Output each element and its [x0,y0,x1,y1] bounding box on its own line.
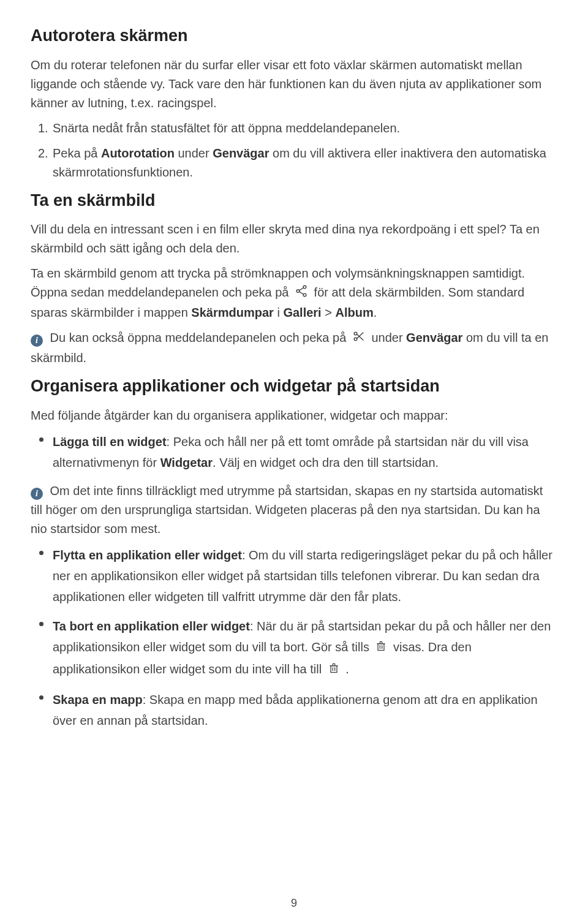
bullet-remove-app: Ta bort en applikation eller widget: När… [31,616,557,681]
bullet-icon [39,437,43,442]
step-1-text: Snärta nedåt från statusfältet för att ö… [53,121,400,135]
organize-note: i Om det inte finns tillräckligt med utr… [31,482,557,539]
bullet-icon [39,622,43,626]
step-1-number: 1. [38,119,48,138]
bullet-icon [39,551,43,555]
screenshot-text-f: > [322,306,336,319]
screenshot-howto: Ta en skärmbild genom att trycka på strö… [31,264,557,322]
step-2-text-c: under [175,146,213,160]
scissors-icon [352,330,366,349]
svg-rect-16 [331,665,337,672]
move-app-title: Flytta en applikation eller widget [53,548,242,562]
heading-autorotate: Autorotera skärmen [31,23,557,48]
screenshot-note-a: Du kan också öppna meddelandepanelen och… [50,331,350,344]
autorotate-steps: 1. Snärta nedåt från statusfältet för at… [31,119,557,182]
organize-note-text: Om det inte finns tillräckligt med utrym… [31,484,543,535]
screenshot-album-label: Album [335,306,373,319]
remove-app-text-c: . [342,662,349,676]
step-2-shortcuts-label: Genvägar [213,146,269,160]
share-icon [295,284,308,303]
screenshot-note-b: under [371,331,406,344]
svg-line-4 [299,292,303,295]
step-2: 2. Peka på Autorotation under Genvägar o… [31,144,557,182]
step-2-text-a: Peka på [53,146,101,160]
organize-list: Lägga till en widget: Peka och håll ner … [31,431,557,473]
bullet-move-app: Flytta en applikation eller widget: Om d… [31,545,557,607]
screenshot-intro: Vill du dela en intressant scen i en fil… [31,220,557,258]
screenshot-gallery-label: Galleri [283,306,321,319]
step-2-number: 2. [38,144,48,163]
add-widget-widgets-label: Widgetar [160,456,213,469]
screenshot-note-shortcuts: Genvägar [406,331,462,344]
create-folder-title: Skapa en mapp [53,693,143,706]
svg-line-3 [299,288,303,291]
remove-app-title: Ta bort en applikation eller widget [53,619,250,633]
info-icon: i [31,488,43,500]
heading-organize: Organisera applikationer och widgetar på… [31,374,557,399]
step-2-autorotation-label: Autorotation [101,146,175,160]
page-number: 9 [291,895,297,912]
add-widget-title: Lägga till en widget [53,435,167,448]
screenshot-text-d: i [274,306,284,319]
add-widget-text-c: . Välj en widget och dra den till starts… [213,456,439,469]
bullet-icon [39,695,43,700]
organize-list-2: Flytta en applikation eller widget: Om d… [31,545,557,731]
screenshot-text-h: . [374,306,377,319]
page-content: { "page_number": "9", "section1": { "hea… [31,23,557,919]
trash-icon [328,660,340,681]
svg-rect-9 [378,643,384,650]
info-icon: i [31,335,43,347]
autorotate-intro: Om du roterar telefonen när du surfar el… [31,56,557,113]
organize-intro: Med följande åtgärder kan du organisera … [31,406,557,425]
bullet-create-folder: Skapa en mapp: Skapa en mapp med båda ap… [31,689,557,731]
bullet-add-widget: Lägga till en widget: Peka och håll ner … [31,431,557,473]
heading-screenshot: Ta en skärmbild [31,188,557,213]
screenshot-folder-label: Skärmdumpar [191,306,274,319]
trash-icon [375,638,387,659]
step-1: 1. Snärta nedåt från statusfältet för at… [31,119,557,138]
screenshot-note: i Du kan också öppna meddelandepanelen o… [31,328,557,368]
